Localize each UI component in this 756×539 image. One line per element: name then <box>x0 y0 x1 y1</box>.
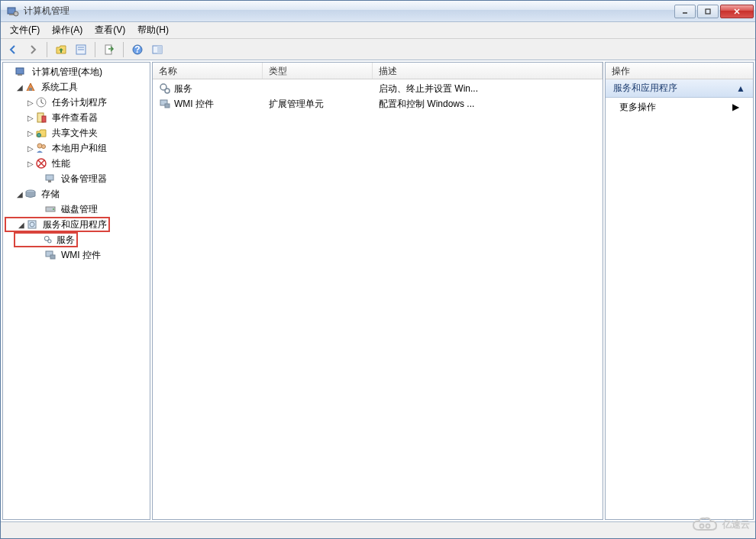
svg-point-27 <box>53 208 54 210</box>
back-button[interactable] <box>4 40 22 59</box>
app-icon <box>7 5 19 18</box>
menu-file[interactable]: 文件(F) <box>4 22 46 38</box>
svg-rect-12 <box>157 46 162 53</box>
svg-rect-15 <box>29 88 32 91</box>
menubar: 文件(F) 操作(A) 查看(V) 帮助(H) <box>1 22 755 39</box>
action-title: 操作 <box>606 63 753 79</box>
forward-button[interactable] <box>24 40 42 59</box>
svg-point-31 <box>47 240 50 243</box>
titlebar[interactable]: 计算机管理 <box>1 1 755 22</box>
svg-rect-33 <box>50 255 55 259</box>
svg-rect-14 <box>18 74 22 76</box>
tree-wmi[interactable]: WMI 控件 <box>14 247 148 263</box>
tree-perf[interactable]: ▷性能 <box>5 156 148 171</box>
svg-rect-24 <box>48 180 51 182</box>
svg-text:?: ? <box>134 44 140 55</box>
tree-storage[interactable]: ◢存储 <box>5 186 148 202</box>
col-name[interactable]: 名称 <box>153 63 263 79</box>
toolbar: ? <box>1 39 755 60</box>
tree-share[interactable]: ▷共享文件夹 <box>5 125 148 140</box>
menu-action[interactable]: 操作(A) <box>46 22 89 38</box>
col-type[interactable]: 类型 <box>263 63 373 79</box>
tree-task[interactable]: ▷任务计划程序 <box>5 95 148 110</box>
svg-rect-4 <box>706 9 710 14</box>
svg-rect-13 <box>16 68 24 74</box>
list-row[interactable]: 服务 启动、终止并设置 Win... <box>153 81 603 96</box>
app-window: 计算机管理 文件(F) 操作(A) 查看(V) 帮助(H) ? 计算机管理(本地… <box>0 0 756 539</box>
list-body[interactable]: 服务 启动、终止并设置 Win... WMI 控件 扩展管理单元 配置和控制 W… <box>153 79 603 519</box>
collapse-icon: ▲ <box>736 83 745 94</box>
action-group[interactable]: 服务和应用程序 ▲ <box>606 79 753 98</box>
tree-sys-tools[interactable]: ◢系统工具 <box>5 79 148 95</box>
svg-point-20 <box>37 144 42 148</box>
action-more[interactable]: 更多操作 ▶ <box>606 98 753 116</box>
show-hide-button[interactable] <box>148 40 166 59</box>
svg-point-39 <box>706 524 710 528</box>
svg-rect-8 <box>105 45 111 54</box>
minimize-button[interactable] <box>674 5 696 18</box>
tree-disk[interactable]: 磁盘管理 <box>5 202 148 217</box>
svg-rect-1 <box>9 14 14 15</box>
svg-rect-23 <box>46 175 53 180</box>
content: 计算机管理(本地) ◢系统工具 ▷任务计划程序 ▷事件查看器 ▷共享文件夹 ▷本… <box>1 60 755 521</box>
watermark: 亿速云 <box>692 516 750 533</box>
close-button[interactable] <box>720 5 754 18</box>
export-button[interactable] <box>100 40 118 59</box>
menu-view[interactable]: 查看(V) <box>89 22 131 38</box>
tree-root[interactable]: 计算机管理(本地) <box>5 64 148 79</box>
tree-event[interactable]: ▷事件查看器 <box>5 110 148 125</box>
statusbar <box>1 521 755 538</box>
svg-point-38 <box>700 524 704 528</box>
tree-svc[interactable]: 服务 <box>14 232 78 247</box>
tree-pane[interactable]: 计算机管理(本地) ◢系统工具 ▷任务计划程序 ▷事件查看器 ▷共享文件夹 ▷本… <box>2 62 150 520</box>
help-button[interactable]: ? <box>128 40 147 59</box>
svg-point-21 <box>42 145 46 149</box>
tree-svcapp[interactable]: ◢服务和应用程序 <box>5 217 110 232</box>
col-desc[interactable]: 描述 <box>373 63 603 79</box>
chevron-right-icon: ▶ <box>732 102 739 112</box>
properties-button[interactable] <box>72 40 90 59</box>
tree-users[interactable]: ▷本地用户和组 <box>5 140 148 156</box>
svg-point-35 <box>165 89 170 93</box>
window-title: 计算机管理 <box>24 5 674 18</box>
svg-rect-18 <box>42 116 46 122</box>
list-pane: 名称 类型 描述 服务 启动、终止并设置 Win... WMI 控件 扩展管理单… <box>152 62 603 520</box>
menu-help[interactable]: 帮助(H) <box>131 22 175 38</box>
list-row[interactable]: WMI 控件 扩展管理单元 配置和控制 Windows ... <box>153 96 603 111</box>
up-folder-button[interactable] <box>52 40 70 59</box>
tree-devmgr[interactable]: 设备管理器 <box>5 171 148 186</box>
svg-point-19 <box>37 134 41 137</box>
maximize-button[interactable] <box>697 5 719 18</box>
svg-rect-37 <box>165 104 170 108</box>
svg-point-2 <box>14 11 18 16</box>
action-pane: 操作 服务和应用程序 ▲ 更多操作 ▶ <box>605 62 754 520</box>
list-header: 名称 类型 描述 <box>153 63 603 79</box>
